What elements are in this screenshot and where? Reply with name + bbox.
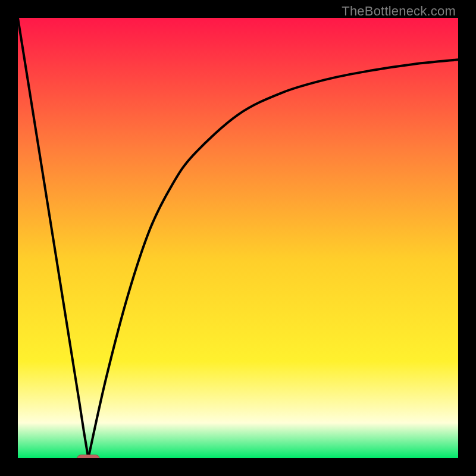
plot-area bbox=[18, 18, 458, 458]
minimum-marker bbox=[77, 455, 99, 458]
chart-svg bbox=[18, 18, 458, 458]
gradient-background bbox=[18, 18, 458, 458]
chart-frame: TheBottleneck.com bbox=[0, 0, 476, 476]
watermark-text: TheBottleneck.com bbox=[342, 4, 456, 19]
